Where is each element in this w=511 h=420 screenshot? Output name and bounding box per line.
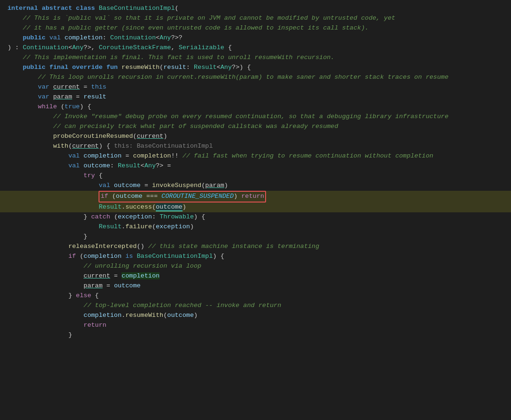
line-19: val outcome = invokeSuspend(param)	[0, 181, 511, 191]
line-21: Result.success(outcome)	[0, 202, 511, 212]
line-20: if (outcome === COROUTINE_SUSPENDED) ret…	[0, 191, 511, 202]
line-2: // This is `public val` so that it is pr…	[0, 14, 511, 23]
line-31: // top-level completion reached -- invok…	[0, 301, 511, 311]
line-14: probeCoroutineResumed(current)	[0, 132, 511, 142]
line-17: val outcome: Result<Any?> =	[0, 161, 511, 171]
line-16: val completion = completion!! // fail fa…	[0, 151, 511, 161]
line-28: current = completion	[0, 271, 511, 281]
line-34: }	[0, 330, 511, 340]
line-11: while (true) {	[0, 102, 511, 112]
line-24: }	[0, 232, 511, 242]
line-23: Result.failure(exception)	[0, 222, 511, 232]
line-33: return	[0, 321, 511, 330]
line-15: with(current) { this: BaseContinuationIm…	[0, 142, 511, 151]
line-22: } catch (exception: Throwable) {	[0, 212, 511, 222]
line-3: // it has a public getter (since even un…	[0, 23, 511, 33]
line-13: // can precisely track what part of susp…	[0, 122, 511, 132]
line-32: completion.resumeWith(outcome)	[0, 311, 511, 321]
line-4: public val completion: Continuation<Any?…	[0, 33, 511, 43]
line-6: // This implementation is final. This fa…	[0, 53, 511, 63]
code-editor: internal abstract class BaseContinuation…	[0, 0, 511, 344]
line-18: try {	[0, 171, 511, 181]
line-27: // unrolling recursion via loop	[0, 262, 511, 271]
line-7: public final override fun resumeWith(res…	[0, 63, 511, 73]
line-30: } else {	[0, 291, 511, 301]
line-10: var param = result	[0, 92, 511, 102]
line-29: param = outcome	[0, 281, 511, 291]
line-8: // This loop unrolls recursion in curren…	[0, 73, 511, 82]
line-9: var current = this	[0, 82, 511, 92]
line-5: ) : Continuation<Any?>, CoroutineStackFr…	[0, 43, 511, 53]
line-12: // Invoke "resume" debug probe on every …	[0, 112, 511, 122]
line-26: if (completion is BaseContinuationImpl) …	[0, 252, 511, 262]
line-1: internal abstract class BaseContinuation…	[0, 4, 511, 14]
line-25: releaseIntercepted() // this state machi…	[0, 242, 511, 252]
